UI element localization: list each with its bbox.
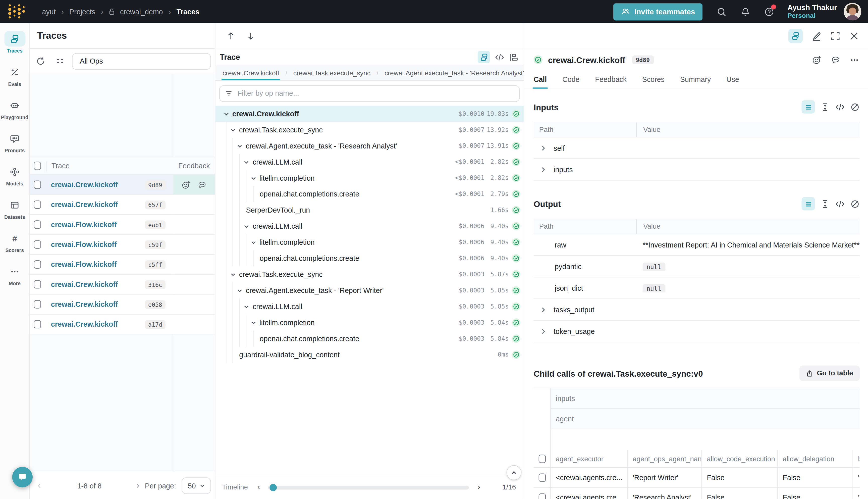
select-all-checkbox[interactable]: [34, 162, 41, 170]
edit-icon[interactable]: [811, 31, 821, 41]
child-call-row[interactable]: <crewai.agents.cre...'Research Analyst'F…: [534, 488, 860, 499]
chevDown-icon[interactable]: [237, 143, 243, 149]
chevRight-icon[interactable]: [540, 328, 546, 334]
trace-op-link[interactable]: crewai.Crew.kickoff: [51, 280, 118, 289]
filter-list-icon[interactable]: [55, 57, 64, 66]
chat-support-button[interactable]: [12, 467, 33, 487]
row-checkbox[interactable]: [34, 300, 41, 308]
breadcrumb-item-crewai_demo[interactable]: crewai_demo: [119, 8, 164, 16]
timeline-prev-icon[interactable]: ‹: [258, 483, 260, 491]
chevDown-icon[interactable]: [251, 320, 256, 325]
tab-call[interactable]: Call: [534, 75, 547, 89]
code-icon[interactable]: [835, 199, 845, 208]
eyeOff-icon[interactable]: [850, 102, 859, 112]
list-view-button[interactable]: [802, 100, 815, 113]
span-tree-row[interactable]: crewai.Task.execute_sync$0.000713.92s: [215, 122, 524, 138]
chevDown-icon[interactable]: [244, 304, 249, 309]
comment-icon[interactable]: [198, 180, 207, 189]
child-column-header[interactable]: allow_code_execution: [702, 450, 778, 467]
span-tree-row[interactable]: crewai.LLM.call$0.00069.40s: [215, 218, 524, 234]
span-tree-row[interactable]: openai.chat.completions.create$0.00035.8…: [215, 331, 524, 347]
per-page-select[interactable]: 50: [182, 477, 211, 494]
child-call-row[interactable]: <crewai.agents.cre...'Report Writer'Fals…: [534, 468, 860, 488]
add-reaction-icon[interactable]: [812, 55, 821, 64]
chevRight-icon[interactable]: [540, 306, 546, 313]
trace-op-link[interactable]: crewai.Flow.kickoff: [51, 260, 117, 269]
span-tree-row[interactable]: crewai.LLM.call<$0.00012.82s: [215, 154, 524, 170]
trace-row[interactable]: crewai.Crew.kickoffe058: [30, 295, 215, 315]
span-tree-row[interactable]: crewai.LLM.call$0.00035.85s: [215, 299, 524, 315]
column-header-trace[interactable]: Trace: [51, 162, 70, 170]
child-column-header[interactable]: allow_delegation: [778, 450, 853, 467]
go-to-table-button[interactable]: Go to table: [799, 366, 860, 381]
trace-op-link[interactable]: crewai.Crew.kickoff: [51, 200, 118, 209]
comment-icon[interactable]: [831, 55, 840, 64]
prev-page-icon[interactable]: ‹: [38, 480, 41, 491]
ops-filter-select[interactable]: All Ops: [72, 53, 211, 69]
row-checkbox[interactable]: [34, 241, 41, 249]
kv-row[interactable]: pydanticnull: [534, 256, 860, 277]
arrow-up-icon[interactable]: [226, 32, 235, 40]
trace-op-link[interactable]: crewai.Crew.kickoff: [51, 300, 118, 308]
list-view-button[interactable]: [802, 197, 815, 210]
span-tree-row[interactable]: crewai.Crew.kickoff$0.001019.83s: [215, 106, 524, 122]
unfold-icon[interactable]: [820, 199, 830, 208]
avatar[interactable]: [844, 3, 861, 21]
tab-code[interactable]: Code: [562, 75, 580, 89]
breadcrumb-item-traces[interactable]: Traces: [175, 8, 200, 16]
help-button[interactable]: [765, 7, 774, 16]
flame-view-icon[interactable]: [509, 52, 519, 62]
row-checkbox[interactable]: [34, 181, 41, 189]
row-checkbox[interactable]: [34, 320, 41, 328]
span-tree-row[interactable]: SerperDevTool._run1.66s: [215, 202, 524, 218]
tab-scores[interactable]: Scores: [642, 75, 665, 89]
invite-teammates-button[interactable]: Invite teammates: [613, 3, 703, 20]
trace-row[interactable]: crewai.Crew.kickoffa17d: [30, 315, 215, 334]
chevDown-icon[interactable]: [223, 111, 229, 117]
span-tree-row[interactable]: litellm.completion<$0.00012.82s: [215, 170, 524, 186]
sidebar-item-scorers[interactable]: #Scorers: [0, 230, 29, 264]
trace-row[interactable]: crewai.Crew.kickoff316c: [30, 275, 215, 294]
sidebar-item-models[interactable]: Models: [0, 164, 29, 197]
chevDown-icon[interactable]: [230, 127, 236, 133]
eyeOff-icon[interactable]: [850, 199, 859, 208]
code-view-icon[interactable]: [495, 52, 504, 62]
close-icon[interactable]: [849, 31, 859, 41]
sidebar-item-traces[interactable]: Traces: [0, 31, 29, 64]
tab-use[interactable]: Use: [726, 75, 739, 89]
trace-op-link[interactable]: crewai.Crew.kickoff: [51, 181, 118, 189]
refresh-icon[interactable]: [36, 57, 45, 66]
sidebar-item-prompts[interactable]: Prompts: [0, 131, 29, 164]
row-checkbox[interactable]: [34, 260, 41, 269]
chevDown-icon[interactable]: [251, 175, 256, 181]
kv-row[interactable]: json_dictnull: [534, 277, 860, 299]
next-page-icon[interactable]: ›: [136, 480, 139, 491]
child-column-header[interactable]: agent_executor: [551, 450, 628, 467]
sidebar-item-playground[interactable]: Playground: [0, 97, 29, 131]
span-tree-row[interactable]: openai.chat.completions.create$0.00069.4…: [215, 250, 524, 266]
trace-op-link[interactable]: crewai.Flow.kickoff: [51, 220, 117, 229]
trace-row[interactable]: crewai.Flow.kickoffc5ff: [30, 255, 215, 275]
trace-path-tab[interactable]: crewai.Task.execute_sync: [292, 65, 371, 81]
kv-row[interactable]: self: [534, 137, 860, 159]
span-tree-row[interactable]: guardrail-validate_blog_content0ms: [215, 347, 524, 363]
span-tree-row[interactable]: crewai.Task.execute_sync$0.00035.87s: [215, 266, 524, 282]
span-tree-row[interactable]: openai.chat.completions.create<$0.00012.…: [215, 186, 524, 202]
tab-summary[interactable]: Summary: [680, 75, 711, 89]
span-tree-row[interactable]: crewai.Agent.execute_task - 'Research An…: [215, 138, 524, 154]
chevDown-icon[interactable]: [237, 288, 243, 293]
code-icon[interactable]: [835, 102, 845, 112]
tree-view-button[interactable]: [478, 51, 490, 63]
trace-row[interactable]: crewai.Crew.kickoff657f: [30, 195, 215, 215]
child-column-header[interactable]: agent_ops_agent_nan: [628, 450, 702, 467]
breadcrumb-item-ayut[interactable]: ayut: [41, 8, 57, 16]
timeline-slider-thumb[interactable]: [270, 484, 277, 491]
smilePlus-icon[interactable]: [182, 180, 190, 189]
more-options-icon[interactable]: [850, 55, 859, 64]
chevDown-icon[interactable]: [230, 272, 236, 277]
op-name-filter-input[interactable]: [219, 85, 520, 101]
column-header-feedback[interactable]: Feedback: [178, 162, 210, 170]
wandb-logo-icon[interactable]: [7, 2, 25, 21]
row-checkbox[interactable]: [34, 220, 41, 229]
tab-feedback[interactable]: Feedback: [595, 75, 627, 89]
